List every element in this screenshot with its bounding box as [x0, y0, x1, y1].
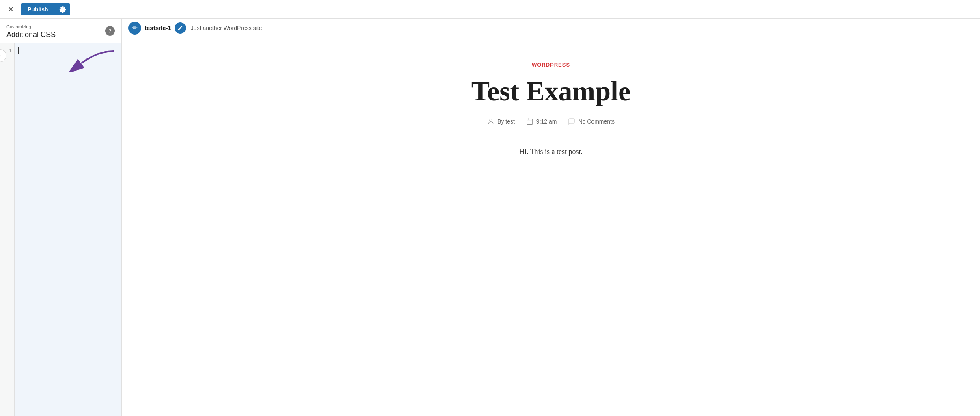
- sidebar-header: Customizing Additional CSS ?: [0, 19, 121, 43]
- post-title: Test Example: [471, 76, 630, 106]
- help-button[interactable]: ?: [105, 26, 115, 36]
- meta-author: By test: [487, 118, 515, 125]
- comment-icon: [568, 118, 575, 125]
- publish-group: Publish: [21, 3, 70, 15]
- author-icon: [487, 118, 494, 125]
- line-numbers: 1: [0, 43, 15, 416]
- post-body: Hi. This is a test post.: [471, 145, 630, 158]
- svg-rect-2: [527, 119, 533, 125]
- css-textarea[interactable]: [15, 43, 121, 416]
- settings-button[interactable]: [55, 3, 70, 15]
- sidebar-header-left: Customizing Additional CSS: [6, 24, 56, 39]
- sidebar: ‹ Customizing Additional CSS ?: [0, 19, 122, 416]
- svg-point-1: [490, 119, 492, 121]
- comments-text: No Comments: [578, 118, 614, 125]
- pencil-icon: [177, 25, 183, 31]
- main-layout: ‹ Customizing Additional CSS ?: [0, 19, 980, 416]
- author-text: By test: [497, 118, 515, 125]
- text-cursor: [18, 47, 19, 54]
- meta-time: 9:12 am: [526, 118, 557, 125]
- site-tagline: Just another WordPress site: [191, 25, 262, 31]
- time-text: 9:12 am: [536, 118, 557, 125]
- site-icon-symbol: ✏: [132, 24, 138, 32]
- site-name: testsite-1: [145, 24, 171, 31]
- customizing-label: Customizing: [6, 24, 56, 29]
- css-editor: 1: [0, 43, 121, 416]
- top-bar: ✕ Publish: [0, 0, 980, 19]
- calendar-icon: [526, 118, 533, 125]
- publish-button[interactable]: Publish: [21, 3, 55, 15]
- back-chevron-icon: ‹: [0, 52, 1, 59]
- purple-arrow-icon: [69, 47, 118, 72]
- post-meta: By test 9:12 am No Comments: [471, 118, 630, 125]
- post-category[interactable]: WORDPRESS: [471, 62, 630, 68]
- preview-area: ✏ testsite-1 Just another WordPress site…: [122, 19, 980, 416]
- close-icon: ✕: [8, 5, 14, 14]
- gear-icon: [59, 6, 66, 13]
- close-button[interactable]: ✕: [4, 3, 17, 16]
- panel-title: Additional CSS: [6, 30, 56, 39]
- post-content: WORDPRESS Test Example By test: [455, 62, 647, 158]
- arrow-annotation: [69, 47, 118, 73]
- preview-topbar: ✏ testsite-1 Just another WordPress site: [122, 19, 980, 37]
- site-icon: ✏: [128, 22, 141, 35]
- site-edit-button[interactable]: [175, 22, 186, 34]
- meta-comments: No Comments: [568, 118, 614, 125]
